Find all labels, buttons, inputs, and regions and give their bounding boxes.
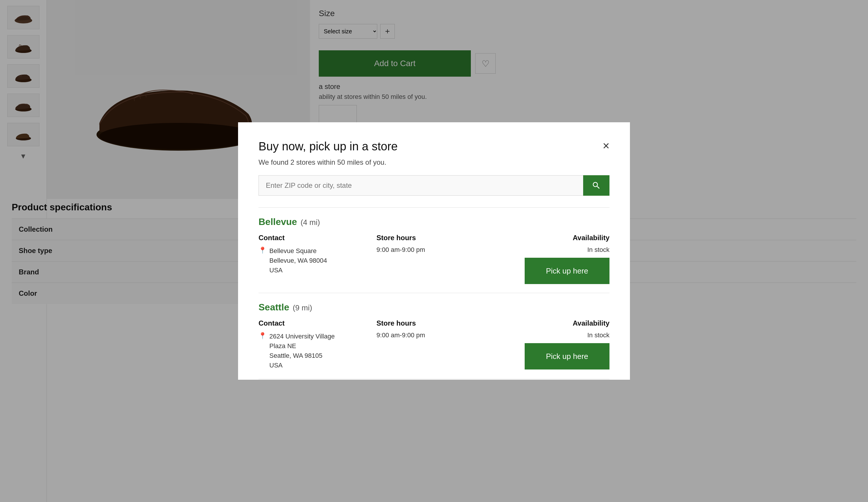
bellevue-store-name: Bellevue [259, 216, 297, 227]
bellevue-contact-col: Contact 📍 Bellevue Square Bellevue, WA 9… [259, 234, 373, 275]
modal-title: Buy now, pick up in a store [259, 140, 398, 153]
bellevue-in-stock: In stock [495, 246, 609, 254]
bellevue-hours-col: Store hours 9:00 am-9:00 pm [376, 234, 491, 254]
bellevue-details-grid: Contact 📍 Bellevue Square Bellevue, WA 9… [259, 234, 609, 284]
bellevue-hours: 9:00 am-9:00 pm [376, 246, 491, 254]
store-pickup-modal: Buy now, pick up in a store × We found 2… [238, 122, 630, 380]
bellevue-pickup-button[interactable]: Pick up here [525, 258, 609, 284]
bellevue-availability-col: Availability In stock Pick up here [495, 234, 609, 284]
bellevue-hours-header: Store hours [376, 234, 491, 242]
bellevue-contact-header: Contact [259, 234, 373, 242]
modal-header: Buy now, pick up in a store × [259, 140, 609, 153]
divider-2 [259, 293, 609, 293]
seattle-availability-col: Availability In stock Pick up here [495, 319, 609, 369]
modal-close-button[interactable]: × [603, 140, 609, 152]
seattle-details-grid: Contact 📍 2624 University Village Plaza … [259, 319, 609, 370]
seattle-hours-header: Store hours [376, 319, 491, 327]
bellevue-store-distance: (4 mi) [301, 218, 320, 227]
store-section-seattle: Seattle (9 mi) Contact 📍 2624 University… [259, 302, 609, 370]
seattle-in-stock: In stock [495, 331, 609, 339]
bellevue-address-row: 📍 Bellevue Square Bellevue, WA 98004 USA [259, 246, 373, 275]
seattle-hours: 9:00 am-9:00 pm [376, 331, 491, 339]
zip-search-button[interactable] [583, 175, 609, 196]
bellevue-address: Bellevue Square Bellevue, WA 98004 USA [269, 246, 327, 275]
seattle-contact-header: Contact [259, 319, 373, 327]
modal-subtitle: We found 2 stores within 50 miles of you… [259, 158, 609, 166]
seattle-availability-header: Availability [495, 319, 609, 327]
zip-search-row [259, 175, 609, 196]
location-icon-seattle: 📍 [259, 332, 266, 340]
search-icon [592, 181, 601, 190]
seattle-hours-col: Store hours 9:00 am-9:00 pm [376, 319, 491, 339]
bellevue-name-row: Bellevue (4 mi) [259, 216, 609, 227]
seattle-store-distance: (9 mi) [293, 303, 312, 313]
bellevue-availability-header: Availability [495, 234, 609, 242]
zip-input[interactable] [259, 175, 583, 196]
store-section-bellevue: Bellevue (4 mi) Contact 📍 Bellevue Squar… [259, 216, 609, 284]
location-icon-bellevue: 📍 [259, 247, 266, 254]
seattle-address-row: 📍 2624 University Village Plaza NE Seatt… [259, 331, 373, 370]
seattle-contact-col: Contact 📍 2624 University Village Plaza … [259, 319, 373, 370]
seattle-name-row: Seattle (9 mi) [259, 302, 609, 313]
divider-1 [259, 207, 609, 208]
seattle-address: 2624 University Village Plaza NE Seattle… [269, 331, 334, 370]
seattle-pickup-button[interactable]: Pick up here [525, 343, 609, 369]
seattle-store-name: Seattle [259, 302, 289, 313]
